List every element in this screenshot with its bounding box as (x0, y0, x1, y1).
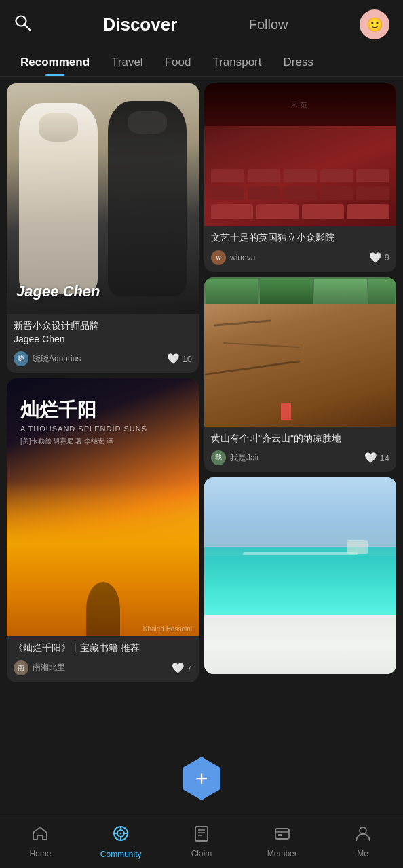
category-tabs: Recommend Travel Food Transport Dress (0, 49, 403, 77)
home-icon (31, 825, 49, 846)
book-title-en: A THOUSAND SPLENDID SUNS (20, 425, 185, 433)
book-title-overlay: 灿烂千阳 A THOUSAND SPLENDID SUNS [美]卡勒德·胡赛尼… (20, 399, 185, 446)
card-mountain-title: 黄山有个叫"齐云山"的纳凉胜地 (211, 432, 389, 446)
card-fashion-meta: 晓 晓晓Aquarius 🤍 10 (14, 351, 192, 366)
follow-button[interactable]: Follow (249, 17, 288, 33)
right-column: 示范 (204, 83, 396, 674)
like-area[interactable]: 🤍 9 (369, 252, 389, 264)
heart-icon: 🤍 (167, 353, 180, 365)
book-author: [美]卡勒德·胡赛尼 著 李继宏 译 (20, 437, 185, 446)
user-avatar: w (211, 250, 226, 265)
svg-rect-13 (275, 829, 289, 839)
nav-claim-label: Claim (191, 849, 212, 859)
card-fashion-body: 新晋小众设计师品牌 Jagee Chen 晓 晓晓Aquarius 🤍 10 (7, 314, 199, 373)
nav-home[interactable]: Home (0, 825, 81, 859)
card-mountain-meta: 我 我是Jair 🤍 14 (211, 450, 389, 465)
header: Discover Follow 🙂 (0, 0, 403, 49)
card-cinema-meta: w wineva 🤍 9 (211, 250, 389, 265)
like-count: 10 (183, 354, 192, 364)
user-name: 晓晓Aquarius (33, 353, 81, 365)
card-cinema-title: 文艺十足的英国独立小众影院 (211, 231, 389, 245)
like-area[interactable]: 🤍 10 (167, 353, 192, 365)
svg-rect-15 (278, 834, 282, 836)
user-avatar: 晓 (14, 351, 28, 366)
like-area[interactable]: 🤍 14 (364, 452, 389, 464)
like-count: 14 (380, 453, 389, 463)
nav-claim[interactable]: Claim (161, 825, 242, 859)
nav-me-label: Me (357, 849, 368, 859)
card-lake-image (204, 477, 396, 674)
svg-point-16 (360, 827, 366, 834)
claim-icon (193, 825, 210, 846)
like-count: 9 (385, 252, 389, 262)
bottom-navigation: Home Community Claim (0, 814, 403, 868)
svg-line-1 (25, 25, 31, 31)
search-icon[interactable] (14, 14, 31, 35)
card-book-user: 南 南湘北里 (14, 660, 65, 675)
heart-icon: 🤍 (369, 252, 382, 264)
card-mountain-image (204, 277, 396, 427)
card-book-title: 《灿烂千阳》丨宝藏书籍 推荐 (14, 642, 192, 655)
like-count: 7 (187, 663, 192, 673)
tab-travel[interactable]: Travel (102, 49, 153, 76)
heart-icon: 🤍 (172, 662, 185, 674)
brand-text: Jagee Chen (16, 283, 100, 300)
tab-dress[interactable]: Dress (274, 49, 323, 76)
card-fashion-image: Jagee Chen (7, 83, 199, 314)
card-cinema-body: 文艺十足的英国独立小众影院 w wineva 🤍 9 (204, 226, 396, 272)
card-mountain[interactable]: 黄山有个叫"齐云山"的纳凉胜地 我 我是Jair 🤍 14 (204, 277, 396, 473)
user-avatar: 我 (211, 450, 226, 465)
svg-rect-9 (195, 827, 208, 841)
tab-food[interactable]: Food (155, 49, 201, 76)
user-name: 南湘北里 (33, 662, 65, 673)
card-fashion-user: 晓 晓晓Aquarius (14, 351, 81, 366)
card-mountain-user: 我 我是Jair (211, 450, 259, 465)
nav-community[interactable]: Community (81, 824, 161, 859)
content-area: Jagee Chen 新晋小众设计师品牌 Jagee Chen 晓 晓晓Aqua… (0, 77, 403, 750)
nav-community-label: Community (100, 850, 142, 859)
card-mountain-body: 黄山有个叫"齐云山"的纳凉胜地 我 我是Jair 🤍 14 (204, 427, 396, 473)
card-book-image: 灿烂千阳 A THOUSAND SPLENDID SUNS [美]卡勒德·胡赛尼… (7, 378, 199, 636)
nav-member-label: Member (267, 849, 297, 859)
card-cinema[interactable]: 示范 (204, 83, 396, 272)
member-icon (273, 825, 291, 846)
like-area[interactable]: 🤍 7 (172, 662, 192, 674)
tab-recommend[interactable]: Recommend (11, 49, 99, 76)
svg-point-4 (120, 832, 122, 834)
card-cinema-user: w wineva (211, 250, 255, 265)
card-book[interactable]: 灿烂千阳 A THOUSAND SPLENDID SUNS [美]卡勒德·胡赛尼… (7, 378, 199, 682)
masonry-grid: Jagee Chen 新晋小众设计师品牌 Jagee Chen 晓 晓晓Aqua… (0, 77, 403, 689)
user-name: 我是Jair (230, 452, 259, 464)
nav-home-label: Home (29, 849, 51, 859)
card-book-meta: 南 南湘北里 🤍 7 (14, 660, 192, 675)
nav-me[interactable]: Me (322, 825, 403, 859)
card-fashion[interactable]: Jagee Chen 新晋小众设计师品牌 Jagee Chen 晓 晓晓Aqua… (7, 83, 199, 373)
left-column: Jagee Chen 新晋小众设计师品牌 Jagee Chen 晓 晓晓Aqua… (7, 83, 199, 682)
me-icon (354, 825, 372, 846)
tab-transport[interactable]: Transport (203, 49, 271, 76)
heart-icon: 🤍 (364, 452, 377, 464)
card-cinema-image: 示范 (204, 83, 396, 226)
user-avatar: 南 (14, 660, 28, 675)
card-book-body: 《灿烂千阳》丨宝藏书籍 推荐 南 南湘北里 🤍 7 (7, 636, 199, 682)
nav-member[interactable]: Member (242, 825, 322, 859)
card-lake[interactable] (204, 477, 396, 674)
community-icon (111, 824, 130, 847)
create-fab[interactable]: + (180, 757, 223, 800)
page-title: Discover (102, 14, 177, 35)
avatar[interactable]: 🙂 (360, 9, 389, 39)
user-name: wineva (230, 253, 255, 262)
book-title-cn: 灿烂千阳 (20, 399, 185, 422)
card-fashion-title: 新晋小众设计师品牌 Jagee Chen (14, 319, 192, 346)
